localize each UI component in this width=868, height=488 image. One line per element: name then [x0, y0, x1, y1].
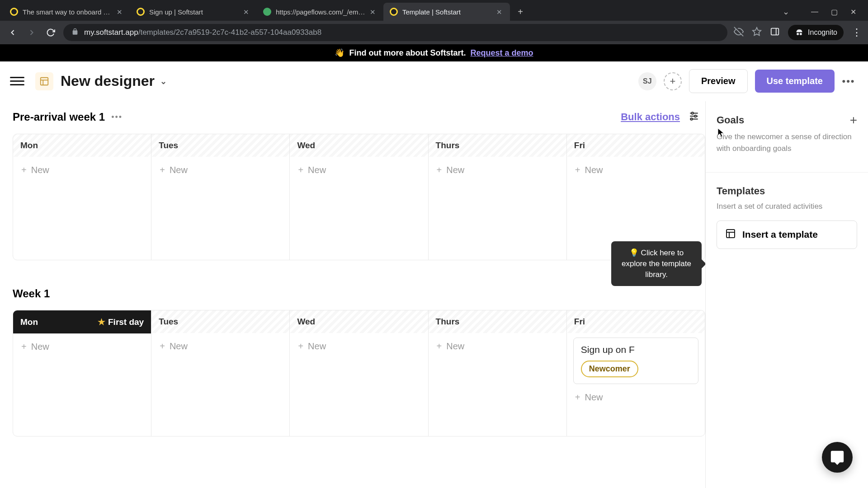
new-activity-button[interactable]: + New [435, 338, 560, 355]
browser-menu-icon[interactable]: ⋮ [852, 27, 862, 38]
new-activity-button[interactable]: + New [19, 161, 145, 179]
new-activity-button[interactable]: + New [296, 161, 421, 179]
eye-off-icon[interactable] [734, 27, 744, 38]
new-label: New [585, 165, 603, 175]
close-tab-button[interactable]: ✕ [117, 8, 124, 15]
new-label: New [170, 341, 188, 352]
new-label: New [31, 165, 49, 175]
week-title: Week 1 [13, 287, 50, 300]
plus-icon: + [160, 165, 165, 175]
new-label: New [446, 165, 464, 175]
day-header: Fri [567, 134, 705, 157]
more-menu-button[interactable]: ••• [842, 75, 855, 87]
day-header: Tues [151, 134, 289, 157]
app-header: New designer ⌄ SJ + Preview Use template… [0, 61, 868, 101]
new-activity-button[interactable]: + New [158, 338, 283, 355]
week-header: Pre-arrival week 1 ••• Bulk actions [13, 110, 705, 124]
main-content: Pre-arrival week 1 ••• Bulk actions Mon … [0, 101, 868, 488]
template-tooltip: 💡 Click here to explore the template lib… [611, 241, 702, 286]
tab-title: Template | Softstart [402, 8, 492, 16]
new-activity-button[interactable]: + New [573, 161, 698, 179]
menu-button[interactable] [10, 74, 24, 89]
browser-toolbar: my.softstart.app/templates/2c7a9519-2c7c… [0, 21, 868, 44]
card-title: Sign up on F [581, 344, 691, 355]
day-column: Thurs + New [429, 134, 567, 260]
favicon-icon [390, 8, 398, 16]
back-button[interactable] [6, 26, 19, 39]
announcement-text: Find out more about Softstart. [349, 48, 466, 58]
new-tab-button[interactable]: + [514, 5, 527, 19]
url-text: my.softstart.app/templates/2c7a9519-2c7c… [84, 28, 321, 37]
panel-icon[interactable] [770, 27, 780, 38]
chevron-down-icon: ⌄ [160, 76, 167, 86]
plus-icon: + [160, 341, 165, 352]
templates-heading: Templates [717, 185, 857, 197]
new-activity-button[interactable]: + New [158, 161, 283, 179]
card-tag: Newcomer [581, 361, 638, 377]
new-activity-button[interactable]: + New [435, 161, 560, 179]
new-activity-button[interactable]: + New [19, 338, 145, 356]
day-column: Tues + New [151, 310, 290, 436]
star-icon: ★ [98, 317, 105, 327]
preview-button[interactable]: Preview [689, 69, 748, 93]
first-day-badge: First day [108, 317, 144, 327]
insert-template-label: Insert a template [742, 229, 818, 240]
page-title: New designer [61, 73, 155, 89]
day-header: Tues [151, 310, 289, 333]
close-tab-button[interactable]: ✕ [496, 8, 504, 15]
day-header: Thurs [429, 310, 566, 333]
forward-button[interactable] [25, 26, 38, 39]
week-menu-button[interactable]: ••• [111, 113, 123, 122]
goals-heading: Goals [717, 114, 744, 126]
plus-icon: + [437, 341, 442, 352]
plus-icon: + [437, 165, 442, 175]
bulk-actions-link[interactable]: Bulk actions [621, 111, 680, 123]
browser-tab[interactable]: Template | Softstart ✕ [383, 3, 510, 21]
new-activity-button[interactable]: + New [296, 338, 421, 355]
use-template-button[interactable]: Use template [755, 70, 835, 93]
chat-widget-button[interactable] [822, 442, 853, 473]
reload-button[interactable] [44, 26, 57, 39]
browser-tab[interactable]: The smart way to onboard new h ✕ [4, 3, 130, 21]
layout-icon [725, 228, 736, 241]
request-demo-link[interactable]: Request a demo [470, 48, 533, 58]
day-header: Fri [567, 310, 705, 333]
templates-description: Insert a set of curated activities [717, 201, 857, 212]
tab-search-icon[interactable]: ⌄ [783, 7, 789, 17]
plus-icon: + [575, 392, 580, 403]
lock-icon [71, 28, 79, 38]
plus-icon: + [298, 341, 303, 352]
window-controls: ⌄ — ▢ ✕ [783, 7, 864, 17]
day-column: Wed + New [290, 134, 428, 260]
new-activity-button[interactable]: + New [573, 389, 698, 406]
announcement-bar: 👋 Find out more about Softstart. Request… [0, 44, 868, 61]
day-column: Mon + New [13, 134, 151, 260]
svg-point-12 [694, 115, 696, 117]
address-bar[interactable]: my.softstart.app/templates/2c7a9519-2c7c… [63, 24, 727, 41]
close-window-button[interactable]: ✕ [850, 8, 856, 16]
svg-marker-1 [753, 28, 761, 35]
insert-template-button[interactable]: Insert a template [717, 221, 857, 249]
favicon-icon [10, 8, 18, 16]
add-goal-button[interactable]: + [850, 113, 857, 127]
activity-card[interactable]: Sign up on F Newcomer [573, 338, 698, 384]
bookmark-star-icon[interactable] [752, 27, 762, 38]
day-header: Wed [290, 134, 428, 157]
page-title-dropdown[interactable]: New designer ⌄ [61, 73, 167, 89]
add-member-button[interactable]: + [664, 72, 682, 90]
filter-icon[interactable] [688, 110, 700, 124]
new-label: New [170, 165, 188, 175]
svg-point-5 [800, 33, 802, 35]
incognito-badge[interactable]: Incognito [788, 25, 844, 40]
new-label: New [585, 392, 603, 403]
close-tab-button[interactable]: ✕ [370, 8, 377, 15]
close-tab-button[interactable]: ✕ [243, 8, 250, 15]
browser-tab[interactable]: Sign up | Softstart ✕ [130, 3, 257, 21]
day-column: Tues + New [151, 134, 290, 260]
minimize-button[interactable]: — [811, 8, 818, 16]
browser-tab[interactable]: https://pageflows.com/_/emails/ ✕ [257, 3, 383, 21]
avatar[interactable]: SJ [638, 72, 656, 90]
favicon-icon [137, 8, 145, 16]
plus-icon: + [21, 165, 27, 175]
maximize-button[interactable]: ▢ [831, 8, 838, 16]
